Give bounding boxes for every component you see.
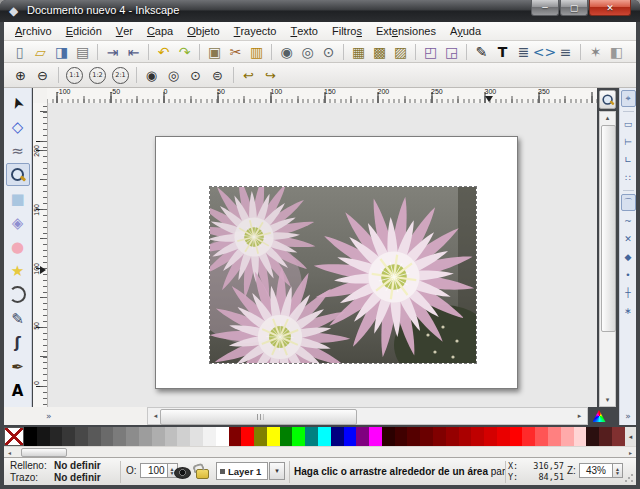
- layer-dropdown-button[interactable]: ▾: [269, 462, 285, 480]
- zoom-1-2-icon[interactable]: 1:2: [89, 67, 106, 84]
- import-icon[interactable]: ⇥: [102, 41, 123, 62]
- palette-swatch[interactable]: [586, 427, 599, 446]
- snap-toolbar-overflow[interactable]: »: [619, 407, 636, 425]
- maximize-button[interactable]: ▢: [560, 0, 588, 16]
- layer-selector[interactable]: Layer 1: [216, 462, 268, 480]
- title-bar[interactable]: ◆ Documento nuevo 4 - Inkscape ─ ▢ ✕: [0, 0, 640, 22]
- palette-swatch[interactable]: [535, 427, 548, 446]
- vertical-scroll-thumb[interactable]: [601, 125, 616, 332]
- save-document-icon[interactable]: ◨: [51, 41, 72, 62]
- palette-swatch[interactable]: [229, 427, 242, 446]
- palette-scroll-thumb[interactable]: [21, 448, 67, 457]
- palette-swatch[interactable]: [522, 427, 535, 446]
- palette-swatch[interactable]: [267, 427, 280, 446]
- snap-midpoint[interactable]: ┼: [621, 284, 636, 301]
- ellipse-tool[interactable]: ●: [6, 235, 30, 258]
- opacity-input[interactable]: 100: [140, 463, 168, 478]
- menu-objeto[interactable]: Objeto: [180, 22, 226, 40]
- snap-nodes[interactable]: ⌒: [621, 194, 636, 211]
- palette-swatch[interactable]: [113, 427, 126, 446]
- palette-scrollbar[interactable]: ◂ ▸: [4, 446, 636, 457]
- layer-visibility-eye-icon[interactable]: [174, 467, 191, 479]
- snap-cusp-node[interactable]: ◆: [621, 248, 636, 265]
- menu-trayecto[interactable]: Trayecto: [227, 22, 284, 40]
- palette-swatch[interactable]: [612, 427, 625, 446]
- palette-swatch[interactable]: [292, 427, 305, 446]
- star-tool[interactable]: ★: [6, 259, 30, 282]
- horizontal-scroll-thumb[interactable]: [160, 409, 357, 425]
- color-managed-view-button[interactable]: [589, 407, 609, 425]
- redo-icon[interactable]: ↷: [174, 41, 195, 62]
- menu-filtros[interactable]: Filtros: [325, 22, 369, 40]
- menu-texto[interactable]: Texto: [283, 22, 325, 40]
- open-document-icon[interactable]: ▱: [30, 41, 51, 62]
- flower-photo-image[interactable]: [209, 186, 477, 364]
- palette-swatch[interactable]: [446, 427, 459, 446]
- scroll-right-arrow[interactable]: ▸: [572, 410, 587, 422]
- palette-swatch[interactable]: [344, 427, 357, 446]
- palette-swatch[interactable]: [24, 427, 37, 446]
- palette-swatch[interactable]: [510, 427, 523, 446]
- zoom-previous-icon[interactable]: ↩: [238, 65, 259, 86]
- vertical-scrollbar[interactable]: ▴ ▾: [599, 111, 616, 407]
- palette-swatch[interactable]: [254, 427, 267, 446]
- palette-swatch[interactable]: [75, 427, 88, 446]
- snap-bbox-edge[interactable]: ⊢: [621, 133, 636, 150]
- palette-swatch[interactable]: [152, 427, 165, 446]
- snap-path[interactable]: ~: [621, 212, 636, 229]
- palette-swatch[interactable]: [139, 427, 152, 446]
- menu-ver[interactable]: Ver: [109, 22, 140, 40]
- palette-swatch[interactable]: [177, 427, 190, 446]
- zoom-drawing-icon[interactable]: ◎: [297, 41, 318, 62]
- tool-palette-overflow[interactable]: »: [4, 407, 147, 425]
- palette-swatch[interactable]: [62, 427, 75, 446]
- palette-swatch[interactable]: [599, 427, 612, 446]
- canvas[interactable]: [48, 103, 597, 407]
- calligraphy-tool[interactable]: ✒: [6, 355, 30, 378]
- palette-swatch[interactable]: [420, 427, 433, 446]
- horizontal-scrollbar[interactable]: ◂ ▸: [147, 407, 588, 425]
- box-3d-tool[interactable]: ◈: [6, 211, 30, 234]
- spiral-tool[interactable]: [6, 283, 30, 306]
- palette-swatch[interactable]: [88, 427, 101, 446]
- print-icon[interactable]: ▤: [72, 41, 93, 62]
- palette-swatch[interactable]: [369, 427, 382, 446]
- snap-enable[interactable]: ⌖: [621, 90, 636, 107]
- zoom-page-icon[interactable]: ⊙: [318, 41, 339, 62]
- cut-icon[interactable]: ✂: [225, 41, 246, 62]
- layers-dialog-icon[interactable]: ≣: [513, 41, 534, 62]
- palette-swatch[interactable]: [574, 427, 587, 446]
- export-icon[interactable]: ⇤: [123, 41, 144, 62]
- undo-icon[interactable]: ↶: [153, 41, 174, 62]
- zoom-in-icon[interactable]: ⊕: [10, 65, 31, 86]
- no-color-swatch[interactable]: [4, 427, 24, 446]
- new-document-icon[interactable]: ▯: [9, 41, 30, 62]
- palette-swatch[interactable]: [126, 427, 139, 446]
- palette-swatch[interactable]: [407, 427, 420, 446]
- preferences-icon[interactable]: ✶: [585, 41, 606, 62]
- palette-swatch[interactable]: [331, 427, 344, 446]
- scroll-down-arrow[interactable]: ▾: [600, 394, 615, 406]
- zoom-selection-icon[interactable]: ◉: [276, 41, 297, 62]
- resize-grip[interactable]: [624, 473, 634, 483]
- palette-swatch[interactable]: [395, 427, 408, 446]
- palette-swatch[interactable]: [459, 427, 472, 446]
- zoom-fit-selection-icon[interactable]: ◉: [141, 65, 162, 86]
- snap-others[interactable]: ∗: [621, 302, 636, 319]
- node-tool[interactable]: ◇: [6, 115, 30, 138]
- palette-swatch[interactable]: [280, 427, 293, 446]
- menu-ayuda[interactable]: Ayuda: [443, 22, 488, 40]
- zoom-next-icon[interactable]: ↪: [260, 65, 281, 86]
- zoom-tool[interactable]: [6, 163, 30, 186]
- rectangle-tool[interactable]: ■: [6, 187, 30, 210]
- palette-swatch[interactable]: [382, 427, 395, 446]
- pencil-tool[interactable]: ✎: [6, 307, 30, 330]
- palette-swatch[interactable]: [471, 427, 484, 446]
- palette-scroll-right[interactable]: ◂: [625, 427, 636, 446]
- fill-stroke-icon[interactable]: ✎: [471, 41, 492, 62]
- zoom-fit-page-icon[interactable]: ⊙: [185, 65, 206, 86]
- group-icon[interactable]: ◰: [420, 41, 441, 62]
- menu-archivo[interactable]: Archivo: [8, 22, 59, 40]
- paste-icon[interactable]: ▥: [246, 41, 267, 62]
- document-properties-icon[interactable]: ◧: [606, 41, 627, 62]
